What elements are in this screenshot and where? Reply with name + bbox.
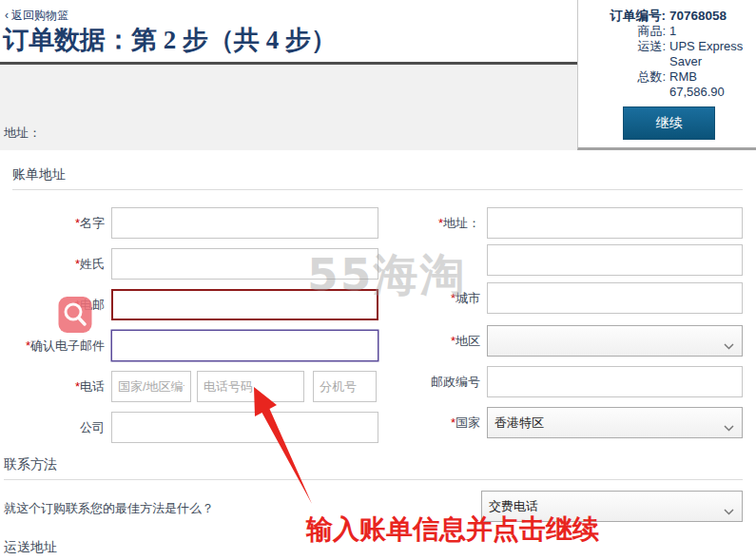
email-row: *电邮 bbox=[0, 289, 378, 320]
confirm-email-label: *确认电子邮件 bbox=[0, 338, 111, 355]
back-link-label: 返回购物篮 bbox=[11, 9, 68, 22]
address-line2-row bbox=[323, 244, 743, 276]
summary-row-total: 总数: RMB67,586.90 bbox=[578, 69, 756, 100]
address-line1-input[interactable] bbox=[487, 207, 743, 239]
summary-label: 总数: bbox=[578, 69, 666, 100]
country-select[interactable]: 香港特区 bbox=[487, 407, 743, 438]
summary-value: 70768058 bbox=[669, 9, 751, 24]
billing-address-heading: 账单地址 bbox=[12, 166, 66, 183]
country-select-value: 香港特区 bbox=[494, 415, 544, 432]
region-select[interactable] bbox=[487, 325, 743, 357]
annotation-text: 输入账单信息并点击继续 bbox=[306, 512, 599, 548]
contact-divider bbox=[4, 479, 743, 480]
phone-country-code-input[interactable] bbox=[111, 371, 191, 402]
phone-row: *电话 bbox=[0, 371, 377, 402]
summary-row-items: 商品: 1 bbox=[578, 24, 756, 39]
continue-button[interactable]: 继续 bbox=[623, 106, 715, 140]
phone-label: *电话 bbox=[0, 378, 111, 396]
country-label: *国家 bbox=[323, 415, 487, 432]
address-line2-input[interactable] bbox=[487, 244, 743, 276]
phone-number-input[interactable] bbox=[197, 371, 304, 402]
city-row: *城市 bbox=[323, 282, 743, 314]
order-summary-box: 订单编号: 70768058 商品: 1 运送: UPS ExpressSave… bbox=[577, 0, 756, 150]
city-label: *城市 bbox=[323, 290, 487, 307]
billing-divider bbox=[12, 189, 743, 190]
order-data-page: ‹返回购物篮 订单数据：第 2 步（共 4 步） 地址： 订单编号: 70768… bbox=[0, 0, 756, 560]
back-chevron-icon: ‹ bbox=[5, 9, 9, 22]
address-label: *地址： bbox=[323, 215, 487, 232]
back-to-cart-link[interactable]: ‹返回购物篮 bbox=[5, 8, 68, 24]
summary-label: 订单编号: bbox=[578, 9, 666, 24]
chevron-down-icon bbox=[724, 504, 734, 518]
page-title: 订单数据：第 2 步（共 4 步） bbox=[3, 23, 337, 57]
summary-row-shipping: 运送: UPS ExpressSaver bbox=[578, 39, 756, 69]
company-label: 公司 bbox=[0, 419, 111, 436]
confirm-email-row: *确认电子邮件 bbox=[0, 330, 378, 361]
address-section-band bbox=[0, 65, 577, 150]
city-input[interactable] bbox=[487, 282, 743, 314]
summary-row-order-number: 订单编号: 70768058 bbox=[578, 9, 756, 24]
first-name-label: *名字 bbox=[0, 215, 111, 232]
contact-method-heading: 联系方法 bbox=[4, 456, 57, 473]
first-name-row: *名字 bbox=[0, 207, 378, 239]
summary-value: RMB67,586.90 bbox=[669, 69, 751, 100]
postal-row: 邮政编号 bbox=[323, 366, 743, 397]
chevron-down-icon bbox=[724, 338, 734, 353]
postal-code-input[interactable] bbox=[487, 366, 743, 397]
last-name-label: *姓氏 bbox=[0, 256, 111, 273]
company-row: 公司 bbox=[0, 412, 378, 443]
shipping-address-heading: 运送地址 bbox=[4, 539, 57, 556]
summary-value: UPS ExpressSaver bbox=[669, 39, 751, 69]
region-row: *地区 bbox=[323, 325, 743, 357]
summary-label: 运送: bbox=[578, 39, 666, 69]
chevron-down-icon bbox=[724, 420, 734, 434]
address-row: *地址： bbox=[323, 207, 743, 239]
last-name-row: *姓氏 bbox=[0, 248, 378, 280]
postal-label: 邮政编号 bbox=[323, 374, 487, 391]
country-row: *国家 香港特区 bbox=[323, 407, 743, 438]
summary-label: 商品: bbox=[578, 24, 666, 39]
email-label: *电邮 bbox=[0, 297, 111, 314]
summary-value: 1 bbox=[669, 24, 751, 39]
contact-question: 就这个订购联系您的最佳方法是什么？ bbox=[4, 500, 214, 517]
region-label: *地区 bbox=[323, 333, 487, 350]
address-bar-label: 地址： bbox=[4, 125, 41, 142]
